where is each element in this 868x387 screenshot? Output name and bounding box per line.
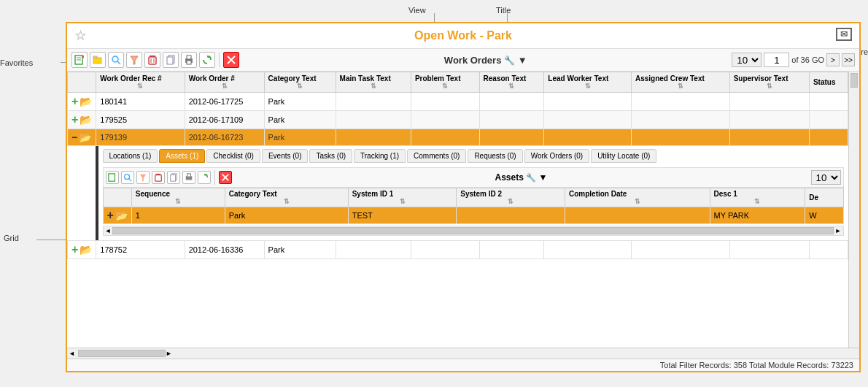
subgrid-title: Assets 🔧 ▼: [234, 172, 809, 183]
favorites-star-icon[interactable]: ☆: [74, 28, 86, 44]
svg-rect-16: [187, 55, 191, 59]
subgrid-new-btn[interactable]: [106, 171, 119, 184]
subgrid-hscroll[interactable]: ◄ ►: [103, 226, 844, 236]
total-pages-text: of 36 GO: [791, 55, 824, 64]
tab-locations[interactable]: Locations (1): [103, 149, 158, 163]
subgrid-table: Sequence⇅ Category Text⇅ System ID 1⇅ Sy…: [103, 188, 844, 224]
hscroll-left-icon[interactable]: ◄: [69, 350, 75, 357]
sub-seq-cell: 1: [131, 207, 225, 224]
subgrid-copy-btn[interactable]: [167, 171, 180, 184]
cat-cell: Park: [264, 111, 336, 129]
main-table: Work Order Rec #⇅ Work Order #⇅ Category…: [67, 72, 848, 259]
col-supervisor: Supervisor Text⇅: [729, 72, 809, 93]
row-action-cell: + 📂: [68, 111, 96, 129]
subgrid-pager: 10: [811, 170, 841, 185]
search-button[interactable]: [108, 52, 124, 68]
sub-col-sys2: System ID 2⇅: [457, 188, 565, 207]
svg-rect-17: [187, 61, 191, 64]
page-size-select[interactable]: 10 25 50: [732, 53, 762, 67]
row-action-cell: + 📂: [68, 93, 96, 111]
add-row-icon[interactable]: +: [71, 95, 78, 108]
svg-marker-24: [139, 175, 146, 181]
subgrid-dropdown-icon[interactable]: ▼: [539, 172, 548, 183]
hscroll-right-icon[interactable]: ►: [166, 350, 172, 357]
tab-utility-locate[interactable]: Utility Locate (0): [591, 149, 656, 163]
refresh-button[interactable]: [199, 52, 215, 68]
subgrid-delete-btn[interactable]: [152, 171, 165, 184]
row-actions-header: [68, 72, 96, 93]
share-button[interactable]: [836, 28, 852, 41]
subgrid-search-btn[interactable]: [121, 171, 134, 184]
svg-rect-30: [187, 174, 190, 177]
subgrid-filter-btn[interactable]: [136, 171, 150, 184]
open-row-icon[interactable]: 📂: [79, 131, 91, 143]
rec-cell: 179525: [96, 111, 185, 129]
subgrid-scroll-left-icon[interactable]: ◄: [105, 227, 112, 234]
close-button[interactable]: [223, 52, 239, 68]
open-row-icon[interactable]: 📂: [80, 114, 92, 126]
tab-tasks[interactable]: Tasks (0): [309, 149, 352, 163]
toolbar-dropdown-icon[interactable]: ▼: [518, 55, 527, 66]
subgrid-wrench-icon: 🔧: [526, 173, 536, 182]
tab-events[interactable]: Events (0): [262, 149, 309, 163]
subgrid-print-btn[interactable]: [182, 171, 195, 184]
subgrid-page-size[interactable]: 10: [811, 170, 841, 185]
tab-assets[interactable]: Assets (1): [159, 149, 205, 163]
svg-point-6: [112, 56, 118, 62]
new-button[interactable]: [71, 52, 88, 68]
grid-label: Grid: [4, 234, 19, 242]
window-title: Open Work - Park: [414, 29, 512, 42]
add-row-icon[interactable]: +: [71, 243, 78, 256]
tab-comments[interactable]: Comments (0): [407, 149, 466, 163]
tab-checklist[interactable]: Checklist (0): [206, 149, 260, 163]
next-page-button[interactable]: >: [826, 53, 840, 66]
sub-comp-cell: [565, 207, 710, 224]
subgrid-open-icon[interactable]: 📂: [115, 210, 128, 221]
sub-col-cat: Category Text⇅: [225, 188, 348, 207]
hscroll[interactable]: ◄ ►: [67, 348, 859, 359]
sub-sys1-cell: TEST: [348, 207, 457, 224]
col-wo: Work Order #⇅: [185, 72, 264, 93]
rec-cell: 178752: [96, 241, 185, 259]
tab-work-orders[interactable]: Work Orders (0): [524, 149, 590, 163]
page-input[interactable]: [764, 53, 789, 67]
delete-button[interactable]: [144, 52, 160, 68]
cat-cell: Park: [264, 241, 336, 259]
subgrid-add-icon[interactable]: +: [107, 209, 114, 222]
subgrid-hscroll-thumb[interactable]: [112, 227, 833, 234]
col-lead: Lead Worker Text⇅: [544, 72, 632, 93]
filter-button[interactable]: [126, 52, 142, 68]
wo-cell: 2012-06-16336: [185, 241, 264, 259]
main-window: ☆ Open Work - Park: [66, 22, 861, 372]
table-row: + 📂 180141 2012-06-17725 Park: [68, 93, 848, 111]
column-header-row: Work Order Rec #⇅ Work Order #⇅ Category…: [68, 72, 848, 93]
subgrid-scroll-right-icon[interactable]: ►: [835, 227, 842, 234]
subgrid-toolbar: Assets 🔧 ▼ 10: [103, 167, 844, 188]
hscroll-thumb[interactable]: [78, 350, 166, 357]
print-button[interactable]: [181, 52, 197, 68]
open-row-icon[interactable]: 📂: [80, 244, 92, 256]
last-page-button[interactable]: >>: [842, 53, 855, 66]
col-problem: Problem Text⇅: [411, 72, 479, 93]
sub-col-sys1: System ID 1⇅: [348, 188, 457, 207]
vertical-scrollbar[interactable]: [848, 72, 859, 348]
tab-requests[interactable]: Requests (0): [468, 149, 522, 163]
sub-col-desc2: De: [805, 188, 843, 207]
subgrid-close-btn[interactable]: [219, 171, 232, 184]
subgrid-wrapper: Assets 🔧 ▼ 10: [98, 166, 848, 240]
grid-container: Work Order Rec #⇅ Work Order #⇅ Category…: [67, 72, 859, 348]
subtabs-container: Locations (1) Assets (1) Checklist (0) E…: [98, 146, 848, 166]
subgrid-refresh-btn[interactable]: [198, 171, 211, 184]
open-button[interactable]: [90, 52, 106, 68]
open-row-icon[interactable]: 📂: [80, 96, 92, 107]
copy-button[interactable]: [163, 52, 179, 68]
add-row-icon[interactable]: +: [71, 113, 78, 126]
subgrid-actions-header: [103, 188, 131, 207]
wo-cell: 2012-06-17725: [185, 93, 264, 111]
tab-tracking[interactable]: Tracking (1): [354, 149, 406, 163]
subgrid-action-cell: + 📂: [103, 207, 131, 224]
sub-sys2-cell: [457, 207, 565, 224]
collapse-row-icon[interactable]: −: [71, 131, 77, 143]
toolbar-sep: [219, 53, 220, 67]
table-row: + 📂 178752 2012-06-16336 Park: [68, 241, 848, 259]
